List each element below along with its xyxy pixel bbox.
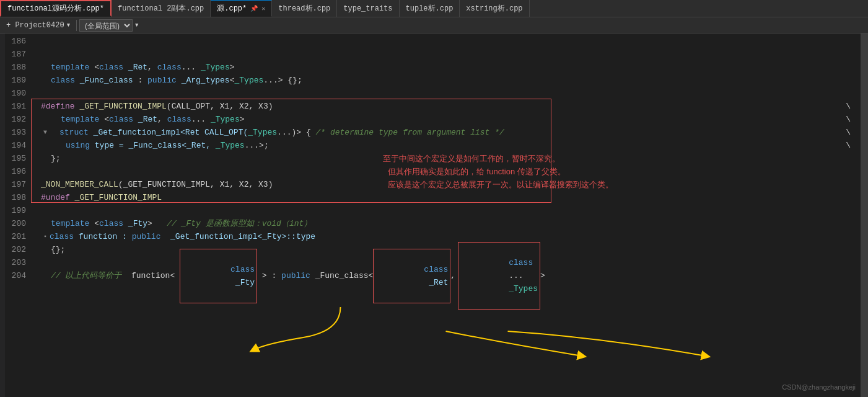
- code-line-198: #undef _GET_FUNCTION_IMPL: [36, 191, 861, 204]
- line-num-202: 202: [5, 243, 26, 256]
- project-label: + Project0420: [6, 21, 64, 30]
- keyword-class2-188: class: [157, 61, 182, 74]
- keyword-template-200: template: [51, 217, 89, 230]
- highlight-class-ret: class _Ret: [373, 249, 450, 303]
- keyword-class-188: class: [99, 61, 123, 74]
- comment-204-1: // 以上代码等价于: [51, 269, 131, 282]
- keyword-public-201: public: [132, 230, 161, 243]
- code-line-194: using type = _Func_class<_Ret, _Types ..…: [36, 139, 861, 152]
- highlight-class-types: class ... _Types: [458, 242, 540, 310]
- tab-label: tuple析.cpp: [406, 3, 454, 14]
- tab-label: type_traits: [343, 4, 392, 13]
- tab-source[interactable]: 源.cpp* 📌 ✕: [211, 0, 272, 17]
- line-num-200: 200: [5, 217, 26, 230]
- keyword-using-194: using: [66, 139, 90, 152]
- line-num-186: 186: [5, 35, 26, 48]
- tab-type-traits[interactable]: type_traits: [337, 0, 399, 17]
- type-types-188: _Types: [201, 61, 230, 74]
- keyword-public-204: public: [281, 269, 310, 282]
- toolbar-divider: [76, 20, 77, 31]
- line-numbers: 186 187 188 189 190 191 192 193 194 195 …: [5, 33, 31, 397]
- code-line-200: template < class _Fty > // _Fty 是函数原型如：v…: [36, 217, 861, 230]
- annotation-red2: 但其作用确实是如此的，给 function 传递了父类。: [388, 165, 566, 178]
- tab-label: xstring析.cpp: [466, 3, 522, 14]
- annotation-red3: 应该是这个宏定义总被展开了一次。以让编译器搜索到这个类。: [388, 178, 613, 191]
- keyword-class-189: class: [51, 74, 75, 87]
- keyword-template-192: template: [61, 113, 99, 126]
- line-num-197: 197: [5, 178, 26, 191]
- line-num-195: 195: [5, 152, 26, 165]
- tab-label: functional 2副本.cpp: [118, 3, 204, 14]
- collapse-btn-201[interactable]: ▪: [41, 233, 50, 241]
- tab-xstring[interactable]: xstring析.cpp: [460, 0, 529, 17]
- highlight-class-fty: class _Fty: [180, 249, 257, 303]
- tab-functional-copy[interactable]: functional 2副本.cpp: [112, 0, 211, 17]
- scrollbar[interactable]: [861, 33, 868, 397]
- line-num-193: 193: [5, 126, 26, 139]
- code-line-188: template < class _Ret , class ... _Types…: [36, 61, 861, 74]
- project-selector[interactable]: + Project0420 ▼: [2, 20, 74, 31]
- code-line-191: #define _GET_FUNCTION_IMPL (CALL_OPT, X1…: [36, 100, 861, 113]
- type-types-189: _Types: [235, 74, 264, 87]
- tab-label: 源.cpp*: [217, 3, 247, 14]
- code-line-199: [36, 204, 861, 217]
- line-num-189: 189: [5, 74, 26, 87]
- line-num-204: 204: [5, 269, 26, 282]
- keyword-class-192: class: [109, 113, 133, 126]
- code-line-189: class _Func_class : public _Arg_types < …: [36, 74, 861, 87]
- line-num-201: 201: [5, 230, 26, 243]
- code-line-193: ▼ struct _Get_function_impl<Ret CALL_OPT…: [36, 126, 861, 139]
- keyword-class2-192: class: [167, 113, 191, 126]
- comment-193: /* determine type from argument list */: [316, 126, 504, 139]
- comment-200: // _Fty 是函数原型如：void（int）: [167, 217, 312, 230]
- type-types-193: _Types: [248, 126, 277, 139]
- keyword-undef-198: #undef: [41, 191, 70, 204]
- macro-non-member-call: _NON_MEMBER_CALL: [41, 178, 118, 191]
- line-num-192: 192: [5, 113, 26, 126]
- line-num-198: 198: [5, 191, 26, 204]
- collapse-btn-193[interactable]: ▼: [41, 128, 50, 137]
- editor-area: 186 187 188 189 190 191 192 193 194 195 …: [0, 33, 868, 397]
- tab-close-icon[interactable]: ✕: [261, 5, 265, 12]
- toolbar: + Project0420 ▼ (全局范围) ▼: [0, 17, 868, 33]
- code-line-196: 但其作用确实是如此的，给 function 传递了父类。: [36, 165, 861, 178]
- keyword-class-201: class: [50, 230, 74, 243]
- pin-icon: 📌: [250, 5, 258, 12]
- keyword-struct-193: struct: [59, 126, 89, 139]
- keyword-public-189: public: [147, 74, 177, 87]
- type-types-192: _Types: [211, 113, 240, 126]
- code-line-195: }; 至于中间这个宏定义是如何工作的，暂时不深究。: [36, 152, 861, 165]
- keyword-class-200: class: [99, 217, 123, 230]
- line-num-196: 196: [5, 165, 26, 178]
- annotation-red1: 至于中间这个宏定义是如何工作的，暂时不深究。: [383, 152, 560, 165]
- line-num-203: 203: [5, 256, 26, 269]
- code-line-187: [36, 48, 861, 61]
- line-num-191: 191: [5, 100, 26, 113]
- code-line-186: [36, 35, 861, 48]
- keyword-define-191: #define: [41, 100, 75, 113]
- code-area[interactable]: template < class _Ret , class ... _Types…: [31, 33, 861, 397]
- type-types-194: _Types: [216, 139, 245, 152]
- code-line-192: template < class _Ret , class ... _Types…: [36, 113, 861, 126]
- tab-thread[interactable]: thread析.cpp: [272, 0, 337, 17]
- keyword-template-188: template: [51, 61, 89, 74]
- tab-label: functional源码分析.cpp*: [7, 3, 104, 14]
- tab-label: thread析.cpp: [278, 3, 330, 14]
- line-num-190: 190: [5, 87, 26, 100]
- code-line-204: // 以上代码等价于 function< class _Fty > : publ…: [36, 269, 861, 282]
- line-num-194: 194: [5, 139, 26, 152]
- macro-undef-name: _GET_FUNCTION_IMPL: [70, 191, 162, 204]
- scope-selector[interactable]: (全局范围): [79, 19, 133, 32]
- line-num-199: 199: [5, 204, 26, 217]
- line-num-188: 188: [5, 61, 26, 74]
- collapse-gutter: [0, 33, 5, 397]
- code-line-190: [36, 87, 861, 100]
- tab-functional-source[interactable]: functional源码分析.cpp*: [0, 0, 112, 17]
- tab-bar: functional源码分析.cpp* functional 2副本.cpp 源…: [0, 0, 868, 17]
- tab-tuple[interactable]: tuple析.cpp: [400, 0, 460, 17]
- macro-get-function-impl: _GET_FUNCTION_IMPL: [79, 100, 166, 113]
- code-line-201: ▪ class function : public _Get_function_…: [36, 230, 861, 243]
- line-num-187: 187: [5, 48, 26, 61]
- dropdown-icon: ▼: [67, 22, 70, 29]
- toolbar-dropdown-icon: ▼: [135, 22, 138, 29]
